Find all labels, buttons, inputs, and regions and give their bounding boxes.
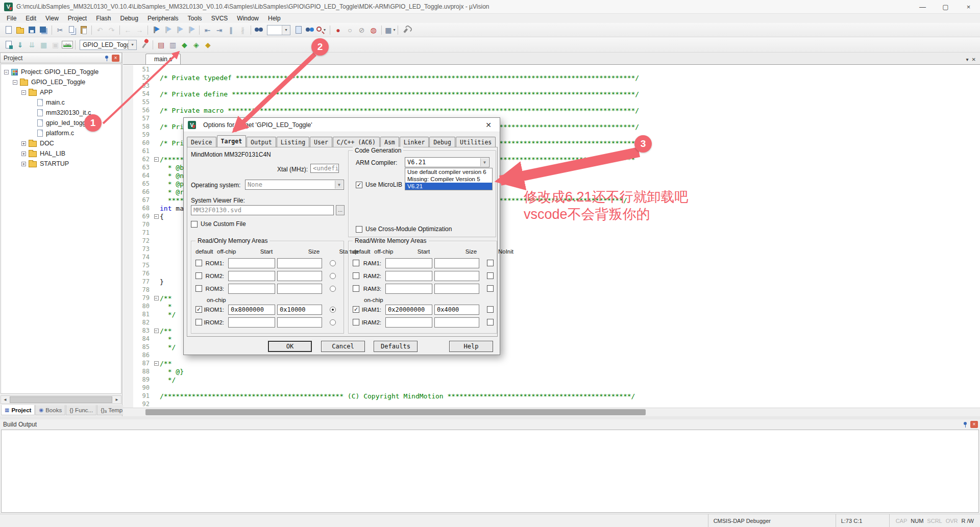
noinit-checkbox[interactable] bbox=[487, 319, 494, 325]
pin-icon[interactable] bbox=[962, 421, 969, 428]
dialog-close-icon[interactable]: ✕ bbox=[477, 118, 500, 132]
open-file-button[interactable] bbox=[14, 24, 26, 36]
next-bookmark-button[interactable] bbox=[174, 24, 185, 36]
tree-item-gpio-led-toggle-c[interactable]: gpio_led_toggle.c bbox=[1, 118, 121, 128]
dialog-tab-debug[interactable]: Debug bbox=[429, 137, 455, 147]
expander-icon[interactable]: + bbox=[21, 141, 26, 146]
pin-icon[interactable] bbox=[103, 55, 110, 62]
xtal-input[interactable]: <undefined> bbox=[310, 164, 339, 173]
manage-project-items-button[interactable]: ▤ bbox=[155, 39, 167, 51]
arm-compiler-combobox[interactable]: V6.21 ▼ bbox=[405, 157, 489, 167]
cut-button[interactable]: ✂ bbox=[54, 24, 66, 36]
batch-build-button[interactable]: ▦ bbox=[38, 39, 50, 51]
chevron-down-icon[interactable]: ▾ bbox=[128, 40, 136, 49]
new-file-button[interactable] bbox=[3, 24, 14, 36]
debug-windows-button[interactable]: ▦▾ bbox=[384, 24, 396, 36]
dialog-tab-output[interactable]: Output bbox=[247, 137, 276, 147]
size-input[interactable] bbox=[277, 271, 322, 281]
size-input[interactable] bbox=[277, 317, 322, 328]
size-input[interactable] bbox=[434, 258, 479, 268]
editor-hscrollbar[interactable] bbox=[123, 408, 980, 416]
dialog-tab-c-c-ac6-[interactable]: C/C++ (AC6) bbox=[333, 137, 380, 147]
redo-button[interactable]: ↷ bbox=[106, 24, 117, 36]
expander-icon[interactable]: − bbox=[13, 80, 17, 85]
dialog-tab-asm[interactable]: Asm bbox=[380, 137, 399, 147]
start-input[interactable] bbox=[385, 271, 432, 281]
download-button[interactable]: LOAD bbox=[61, 39, 73, 51]
build-output-content[interactable] bbox=[1, 430, 979, 513]
menu-tools[interactable]: Tools bbox=[183, 14, 207, 23]
ok-button[interactable]: OK bbox=[268, 341, 312, 352]
size-input[interactable] bbox=[434, 271, 479, 281]
translate-file-button[interactable] bbox=[3, 39, 14, 51]
pack-installer-button[interactable]: ◆ bbox=[202, 39, 214, 51]
find-button[interactable]: ▾ bbox=[316, 24, 328, 36]
dropdown-option[interactable]: Missing: Compiler Version 5 bbox=[405, 175, 492, 183]
operating-system-select[interactable]: None ▼ bbox=[245, 180, 344, 190]
dialog-tab-user[interactable]: User bbox=[310, 137, 332, 147]
menu-view[interactable]: View bbox=[41, 14, 63, 23]
menu-peripherals[interactable]: Peripherals bbox=[143, 14, 183, 23]
start-input[interactable]: 0x20000000 bbox=[385, 305, 432, 315]
dialog-title-bar[interactable]: V Options for Target 'GPIO_LED_Toggle' ✕ bbox=[184, 118, 500, 132]
disable-breakpoint-button[interactable]: ○ bbox=[344, 24, 356, 36]
startup-radio[interactable] bbox=[330, 319, 336, 325]
tree-item-project-gpio-led-toggle[interactable]: −Project: GPIO_LED_Toggle bbox=[1, 67, 121, 77]
maximize-button[interactable]: ▢ bbox=[934, 0, 957, 14]
dialog-tab-linker[interactable]: Linker bbox=[400, 137, 429, 147]
size-input[interactable]: 0x10000 bbox=[277, 305, 322, 315]
scroll-right-icon[interactable]: ► bbox=[113, 397, 121, 402]
tree-item-platform-c[interactable]: platform.c bbox=[1, 128, 121, 138]
panel-tab-func[interactable]: {} Func... bbox=[66, 405, 96, 415]
run-to-line-button[interactable] bbox=[304, 24, 316, 36]
startup-radio[interactable] bbox=[330, 273, 336, 279]
close-button[interactable]: × bbox=[957, 0, 980, 14]
default-checkbox[interactable] bbox=[195, 319, 202, 325]
tree-item-doc[interactable]: +DOC bbox=[1, 138, 121, 148]
options-for-target-button[interactable] bbox=[139, 39, 151, 51]
disable-all-breakpoints-button[interactable]: ⊘ bbox=[356, 24, 368, 36]
size-input[interactable] bbox=[434, 284, 479, 294]
default-checkbox[interactable] bbox=[353, 272, 359, 279]
tree-item-main-c[interactable]: main.c bbox=[1, 97, 121, 108]
file-extensions-button[interactable]: ▥ bbox=[167, 39, 179, 51]
start-input[interactable] bbox=[228, 258, 275, 268]
expander-icon[interactable]: + bbox=[21, 162, 26, 166]
menu-svcs[interactable]: SVCS bbox=[207, 14, 233, 23]
tab-main-c[interactable]: main.c bbox=[145, 54, 181, 64]
start-input[interactable] bbox=[228, 271, 275, 281]
cancel-button[interactable]: Cancel bbox=[321, 341, 365, 352]
dialog-tab-target[interactable]: Target bbox=[217, 135, 247, 147]
kill-all-breakpoints-button[interactable]: ◍ bbox=[368, 24, 379, 36]
configuration-button[interactable] bbox=[400, 24, 412, 36]
default-checkbox[interactable]: ✓ bbox=[195, 306, 202, 313]
size-input[interactable] bbox=[277, 284, 322, 294]
start-input[interactable] bbox=[385, 284, 432, 294]
startup-radio[interactable] bbox=[330, 286, 336, 292]
undo-button[interactable]: ↶ bbox=[94, 24, 106, 36]
noinit-checkbox[interactable] bbox=[487, 272, 494, 279]
use-custom-file-checkbox[interactable] bbox=[191, 221, 198, 228]
default-checkbox[interactable] bbox=[353, 260, 359, 266]
stop-build-button[interactable]: ▣ bbox=[50, 39, 61, 51]
tree-item-gpio-led-toggle[interactable]: −GPIO_LED_Toggle bbox=[1, 77, 121, 87]
toggle-bookmark-button[interactable] bbox=[150, 24, 162, 36]
cross-module-row[interactable]: Use Cross-Module Optimization bbox=[356, 225, 452, 233]
start-input[interactable]: 0x8000000 bbox=[228, 305, 275, 315]
close-icon[interactable]: × bbox=[112, 55, 119, 62]
expander-icon[interactable]: − bbox=[21, 90, 26, 95]
size-input[interactable] bbox=[277, 258, 322, 268]
paste-button[interactable] bbox=[78, 24, 89, 36]
fold-collapse-icon[interactable]: − bbox=[154, 329, 159, 333]
use-custom-file-row[interactable]: Use Custom File bbox=[191, 220, 246, 228]
scroll-thumb[interactable] bbox=[145, 409, 646, 415]
save-all-button[interactable] bbox=[38, 24, 50, 36]
unindent-button[interactable]: ⇤ bbox=[202, 24, 213, 36]
copy-button[interactable] bbox=[66, 24, 78, 36]
default-checkbox[interactable] bbox=[195, 285, 202, 292]
default-checkbox[interactable] bbox=[353, 319, 359, 325]
manage-rte-button[interactable]: ◈ bbox=[190, 39, 202, 51]
default-checkbox[interactable] bbox=[195, 272, 202, 279]
tree-item-hal-lib[interactable]: +HAL_LIB bbox=[1, 148, 121, 159]
insert-breakpoint-button[interactable]: ● bbox=[332, 24, 344, 36]
